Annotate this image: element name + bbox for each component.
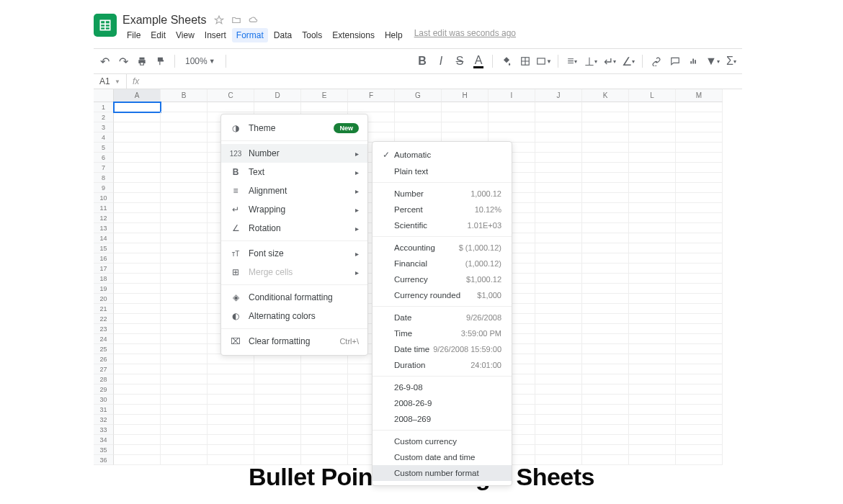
row-header[interactable]: 34 [94,435,114,445]
cell[interactable] [161,415,208,425]
cell[interactable] [676,153,723,163]
column-header[interactable]: B [161,89,208,102]
fill-color-icon[interactable] [499,53,514,69]
cell[interactable] [582,253,629,264]
cell[interactable] [582,364,629,374]
cell[interactable] [582,435,629,445]
cell[interactable] [629,435,676,445]
cell[interactable] [582,384,629,395]
row-header[interactable]: 1 [94,102,114,112]
doc-title[interactable]: Example Sheets [122,14,207,27]
cell[interactable] [676,425,723,435]
cell[interactable] [676,284,723,294]
row-header[interactable]: 25 [94,344,114,354]
cell[interactable] [582,102,629,112]
cell[interactable] [629,374,676,384]
cell[interactable] [161,203,208,213]
cell[interactable] [301,374,348,384]
menu-insert[interactable]: Insert [200,28,231,42]
submenu-custom-date-time[interactable]: Custom date and time [373,449,512,465]
cell[interactable] [535,163,582,173]
cell[interactable] [114,163,161,173]
cell[interactable] [535,395,582,405]
row-header[interactable]: 27 [94,364,114,374]
row-header[interactable]: 10 [94,193,114,203]
cell[interactable] [676,223,723,233]
cell[interactable] [442,122,489,132]
cell[interactable] [161,122,208,132]
cell[interactable] [161,445,208,455]
cell[interactable] [535,324,582,334]
row-header[interactable]: 23 [94,324,114,334]
cell[interactable] [629,193,676,203]
row-header[interactable]: 6 [94,153,114,163]
cell[interactable] [676,203,723,213]
bold-icon[interactable]: B [414,53,430,69]
cell[interactable] [489,122,535,132]
cell[interactable] [301,405,348,415]
cell[interactable] [489,112,535,122]
cell[interactable] [676,445,723,455]
row-header[interactable]: 32 [94,415,114,425]
menu-font-size[interactable]: тT Font size ▸ [221,244,367,263]
cell[interactable] [301,435,348,445]
cell[interactable] [535,243,582,253]
cell[interactable] [114,122,161,132]
cell[interactable] [582,132,629,143]
cell[interactable] [161,304,208,314]
cell[interactable] [442,112,489,122]
submenu-date[interactable]: Date9/26/2008 [373,310,512,325]
cell[interactable] [676,132,723,143]
cell[interactable] [582,163,629,173]
menu-rotation[interactable]: ∠ Rotation ▸ [221,219,367,238]
menu-alignment[interactable]: ≡ Alignment ▸ [221,181,367,200]
cell[interactable] [114,435,161,445]
cell[interactable] [582,344,629,354]
cell[interactable] [676,253,723,264]
row-header[interactable]: 9 [94,183,114,193]
row-header[interactable]: 12 [94,213,114,223]
column-header[interactable]: F [348,89,395,102]
cell[interactable] [676,274,723,284]
cell[interactable] [114,324,161,334]
cell[interactable] [676,143,723,153]
cell[interactable] [582,203,629,213]
cell[interactable] [582,143,629,153]
cell[interactable] [161,384,208,395]
cell[interactable] [582,415,629,425]
submenu-currency-rounded[interactable]: Currency rounded$1,000 [373,287,512,303]
cell[interactable] [629,384,676,395]
cell[interactable] [114,243,161,253]
submenu-financial[interactable]: Financial(1,000.12) [373,256,512,271]
menu-file[interactable]: File [122,28,145,42]
cell[interactable] [161,223,208,233]
cell[interactable] [582,274,629,284]
cell[interactable] [254,435,301,445]
cell[interactable] [395,112,442,122]
cell[interactable] [629,163,676,173]
cell[interactable] [535,354,582,364]
row-header[interactable]: 4 [94,132,114,143]
menu-data[interactable]: Data [269,28,296,42]
column-header[interactable]: K [582,89,629,102]
cell[interactable] [301,384,348,395]
cell[interactable] [489,102,535,112]
cell[interactable] [629,173,676,183]
cell[interactable] [535,153,582,163]
cell[interactable] [676,314,723,324]
cell[interactable] [114,395,161,405]
row-header[interactable]: 20 [94,294,114,304]
cell[interactable] [676,384,723,395]
cell[interactable] [208,364,254,374]
cell[interactable] [161,314,208,324]
cell[interactable] [535,274,582,284]
cell[interactable] [114,284,161,294]
cell[interactable] [629,344,676,354]
functions-icon[interactable]: Σ ▾ [723,53,739,69]
cell[interactable] [582,122,629,132]
cell[interactable] [208,384,254,395]
cell[interactable] [208,354,254,364]
row-header[interactable]: 14 [94,233,114,243]
cell[interactable] [629,314,676,324]
cell[interactable] [582,233,629,243]
